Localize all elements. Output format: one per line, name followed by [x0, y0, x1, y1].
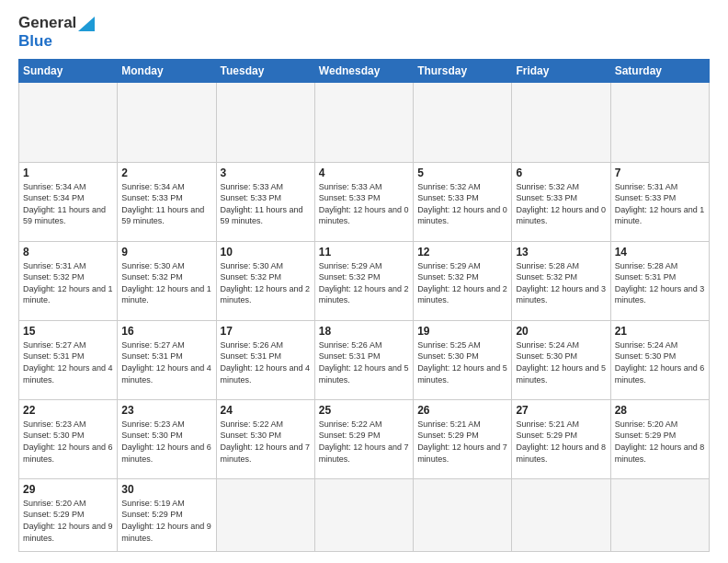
- day-number: 1: [23, 167, 113, 179]
- table-row: 6Sunrise: 5:32 AMSunset: 5:33 PMDaylight…: [512, 162, 610, 241]
- header-wednesday: Wednesday: [314, 60, 413, 83]
- day-info: Sunrise: 5:22 AMSunset: 5:29 PMDaylight:…: [319, 419, 409, 465]
- table-row: [414, 478, 512, 551]
- day-info: Sunrise: 5:20 AMSunset: 5:29 PMDaylight:…: [23, 498, 113, 544]
- table-row: [216, 478, 314, 551]
- day-info: Sunrise: 5:30 AMSunset: 5:32 PMDaylight:…: [121, 260, 211, 306]
- day-info: Sunrise: 5:29 AMSunset: 5:32 PMDaylight:…: [417, 260, 507, 306]
- table-row: 9Sunrise: 5:30 AMSunset: 5:32 PMDaylight…: [118, 241, 216, 320]
- day-number: 3: [221, 167, 311, 179]
- day-number: 26: [417, 404, 507, 417]
- day-info: Sunrise: 5:34 AMSunset: 5:34 PMDaylight:…: [23, 181, 113, 227]
- page: General Blue Sunday Monday Tuesday Wedne…: [0, 0, 728, 563]
- day-info: Sunrise: 5:27 AMSunset: 5:31 PMDaylight:…: [121, 339, 211, 385]
- day-number: 20: [516, 325, 606, 338]
- table-row: [19, 83, 118, 162]
- header-tuesday: Tuesday: [216, 60, 314, 83]
- day-number: 7: [615, 167, 705, 179]
- day-number: 10: [221, 246, 311, 259]
- day-info: Sunrise: 5:33 AMSunset: 5:33 PMDaylight:…: [319, 181, 409, 227]
- day-info: Sunrise: 5:33 AMSunset: 5:33 PMDaylight:…: [221, 181, 311, 227]
- table-row: [118, 83, 216, 162]
- day-number: 23: [121, 404, 211, 417]
- calendar-table: Sunday Monday Tuesday Wednesday Thursday…: [18, 59, 710, 552]
- day-number: 13: [516, 246, 606, 259]
- day-number: 24: [221, 404, 311, 417]
- table-row: 23Sunrise: 5:23 AMSunset: 5:30 PMDayligh…: [118, 399, 216, 478]
- day-number: 6: [516, 167, 606, 179]
- header: General Blue: [18, 15, 710, 50]
- table-row: 7Sunrise: 5:31 AMSunset: 5:33 PMDaylight…: [610, 162, 709, 241]
- logo-blue: Blue: [18, 32, 52, 50]
- day-info: Sunrise: 5:32 AMSunset: 5:33 PMDaylight:…: [516, 181, 606, 227]
- day-info: Sunrise: 5:34 AMSunset: 5:33 PMDaylight:…: [121, 181, 211, 227]
- day-info: Sunrise: 5:25 AMSunset: 5:30 PMDaylight:…: [417, 339, 507, 385]
- table-row: 14Sunrise: 5:28 AMSunset: 5:31 PMDayligh…: [610, 241, 709, 320]
- day-number: 22: [23, 404, 113, 417]
- day-info: Sunrise: 5:28 AMSunset: 5:31 PMDaylight:…: [615, 260, 705, 306]
- day-info: Sunrise: 5:23 AMSunset: 5:30 PMDaylight:…: [23, 419, 113, 465]
- table-row: 13Sunrise: 5:28 AMSunset: 5:32 PMDayligh…: [512, 241, 610, 320]
- header-thursday: Thursday: [414, 60, 512, 83]
- day-info: Sunrise: 5:24 AMSunset: 5:30 PMDaylight:…: [516, 339, 606, 385]
- table-row: [314, 478, 413, 551]
- table-row: 22Sunrise: 5:23 AMSunset: 5:30 PMDayligh…: [19, 399, 118, 478]
- day-number: 19: [417, 325, 507, 338]
- header-sunday: Sunday: [19, 60, 118, 83]
- table-row: [314, 83, 413, 162]
- table-row: 5Sunrise: 5:32 AMSunset: 5:33 PMDaylight…: [414, 162, 512, 241]
- svg-marker-0: [78, 17, 95, 31]
- header-friday: Friday: [512, 60, 610, 83]
- table-row: 20Sunrise: 5:24 AMSunset: 5:30 PMDayligh…: [512, 320, 610, 399]
- day-number: 17: [221, 325, 311, 338]
- day-number: 4: [319, 167, 409, 179]
- table-row: 24Sunrise: 5:22 AMSunset: 5:30 PMDayligh…: [216, 399, 314, 478]
- day-number: 28: [615, 404, 705, 417]
- table-row: 18Sunrise: 5:26 AMSunset: 5:31 PMDayligh…: [314, 320, 413, 399]
- day-info: Sunrise: 5:32 AMSunset: 5:33 PMDaylight:…: [417, 181, 507, 227]
- table-row: 26Sunrise: 5:21 AMSunset: 5:29 PMDayligh…: [414, 399, 512, 478]
- table-row: [610, 83, 709, 162]
- weekday-header-row: Sunday Monday Tuesday Wednesday Thursday…: [19, 60, 710, 83]
- logo-triangle-icon: [78, 15, 95, 31]
- logo: General Blue: [18, 15, 95, 50]
- table-row: 27Sunrise: 5:21 AMSunset: 5:29 PMDayligh…: [512, 399, 610, 478]
- day-number: 18: [319, 325, 409, 338]
- day-info: Sunrise: 5:24 AMSunset: 5:30 PMDaylight:…: [615, 339, 705, 385]
- table-row: 28Sunrise: 5:20 AMSunset: 5:29 PMDayligh…: [610, 399, 709, 478]
- header-monday: Monday: [118, 60, 216, 83]
- table-row: 4Sunrise: 5:33 AMSunset: 5:33 PMDaylight…: [314, 162, 413, 241]
- table-row: 10Sunrise: 5:30 AMSunset: 5:32 PMDayligh…: [216, 241, 314, 320]
- day-number: 2: [121, 167, 211, 179]
- day-number: 21: [615, 325, 705, 338]
- day-number: 27: [516, 404, 606, 417]
- day-info: Sunrise: 5:27 AMSunset: 5:31 PMDaylight:…: [23, 339, 113, 385]
- table-row: [610, 478, 709, 551]
- table-row: 30Sunrise: 5:19 AMSunset: 5:29 PMDayligh…: [118, 478, 216, 551]
- day-number: 30: [121, 483, 211, 496]
- table-row: 8Sunrise: 5:31 AMSunset: 5:32 PMDaylight…: [19, 241, 118, 320]
- table-row: 3Sunrise: 5:33 AMSunset: 5:33 PMDaylight…: [216, 162, 314, 241]
- table-row: 11Sunrise: 5:29 AMSunset: 5:32 PMDayligh…: [314, 241, 413, 320]
- day-number: 12: [417, 246, 507, 259]
- table-row: [216, 83, 314, 162]
- day-number: 29: [23, 483, 113, 496]
- day-info: Sunrise: 5:28 AMSunset: 5:32 PMDaylight:…: [516, 260, 606, 306]
- day-info: Sunrise: 5:31 AMSunset: 5:32 PMDaylight:…: [23, 260, 113, 306]
- day-info: Sunrise: 5:21 AMSunset: 5:29 PMDaylight:…: [417, 419, 507, 465]
- table-row: 16Sunrise: 5:27 AMSunset: 5:31 PMDayligh…: [118, 320, 216, 399]
- day-info: Sunrise: 5:23 AMSunset: 5:30 PMDaylight:…: [121, 419, 211, 465]
- table-row: 17Sunrise: 5:26 AMSunset: 5:31 PMDayligh…: [216, 320, 314, 399]
- table-row: 15Sunrise: 5:27 AMSunset: 5:31 PMDayligh…: [19, 320, 118, 399]
- table-row: 25Sunrise: 5:22 AMSunset: 5:29 PMDayligh…: [314, 399, 413, 478]
- day-info: Sunrise: 5:31 AMSunset: 5:33 PMDaylight:…: [615, 181, 705, 227]
- table-row: [512, 83, 610, 162]
- table-row: [414, 83, 512, 162]
- table-row: 29Sunrise: 5:20 AMSunset: 5:29 PMDayligh…: [19, 478, 118, 551]
- day-info: Sunrise: 5:30 AMSunset: 5:32 PMDaylight:…: [221, 260, 311, 306]
- day-number: 15: [23, 325, 113, 338]
- day-info: Sunrise: 5:26 AMSunset: 5:31 PMDaylight:…: [221, 339, 311, 385]
- day-number: 14: [615, 246, 705, 259]
- day-info: Sunrise: 5:29 AMSunset: 5:32 PMDaylight:…: [319, 260, 409, 306]
- day-number: 9: [121, 246, 211, 259]
